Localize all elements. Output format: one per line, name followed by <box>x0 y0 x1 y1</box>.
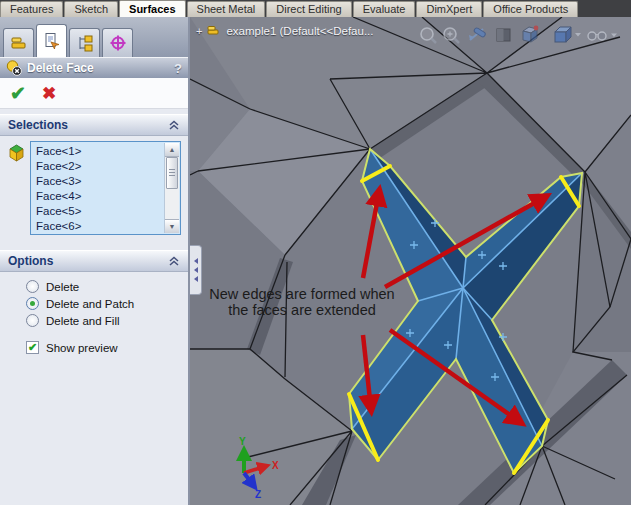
model-scene: Y X Z <box>190 17 631 505</box>
scroll-down-icon[interactable]: ▼ <box>165 219 179 233</box>
zoom-area-icon[interactable] <box>444 28 459 43</box>
property-manager-icon <box>43 32 61 50</box>
help-button[interactable]: ? <box>174 61 182 76</box>
radio-label: Delete <box>46 281 79 293</box>
options-body: Delete Delete and Patch Delete and Fill … <box>0 272 188 368</box>
collapse-chevron-icon <box>168 119 180 131</box>
selections-group-header[interactable]: Selections <box>0 114 188 136</box>
options-group-header[interactable]: Options <box>0 250 188 272</box>
triad-z-label: Z <box>255 489 261 500</box>
tree-part-label[interactable]: example1 (Default<<Defau... <box>226 25 373 37</box>
list-item[interactable]: Face<4> <box>36 189 164 204</box>
list-item[interactable]: Face<6> <box>36 219 164 234</box>
tab-dimxpert[interactable]: DimXpert <box>416 1 482 17</box>
feature-tree-flyout[interactable]: + example1 (Default<<Defau... <box>196 24 373 37</box>
selections-body: Face<1> Face<2> Face<3> Face<4> Face<5> … <box>0 136 188 241</box>
tab-features[interactable]: Features <box>0 1 63 17</box>
cancel-x-icon[interactable]: ✖ <box>42 85 56 102</box>
annotation-line-2: the faces are extended <box>196 302 408 318</box>
feature-manager-tree-tab[interactable] <box>3 28 34 57</box>
command-manager-tab-bar: Features Sketch Surfaces Sheet Metal Dir… <box>0 0 631 17</box>
ok-check-icon[interactable]: ✔ <box>10 84 26 103</box>
tab-sheet-metal[interactable]: Sheet Metal <box>187 1 266 17</box>
property-manager-tab[interactable] <box>36 24 67 57</box>
section-view-icon[interactable] <box>497 29 510 41</box>
tree-expand-icon[interactable]: + <box>196 25 202 37</box>
panel-splitter-handle[interactable] <box>190 245 202 295</box>
heads-up-view-toolbar <box>417 22 625 52</box>
radio-label: Delete and Fill <box>46 315 120 327</box>
tab-evaluate[interactable]: Evaluate <box>353 1 416 17</box>
chevron-down-icon <box>611 34 617 38</box>
radio-label: Delete and Patch <box>46 298 134 310</box>
faces-selection-list[interactable]: Face<1> Face<2> Face<3> Face<4> Face<5> … <box>30 141 181 235</box>
tab-direct-editing[interactable]: Direct Editing <box>266 1 351 17</box>
manager-tab-strip <box>0 17 188 57</box>
list-scrollbar[interactable]: ▲ ▼ <box>164 143 179 233</box>
list-item[interactable]: Face<3> <box>36 174 164 189</box>
zoom-fit-icon[interactable] <box>421 28 436 43</box>
part-icon <box>207 24 221 37</box>
checkbox-label: Show preview <box>46 342 118 354</box>
dimxpert-manager-tab[interactable] <box>102 28 133 57</box>
panel-title: Delete Face <box>27 61 94 75</box>
chevron-down-icon <box>575 33 581 37</box>
feature-manager-tree-icon <box>10 34 28 52</box>
collapse-left-arrow-icon <box>194 258 198 264</box>
confirm-bar: ✔ ✖ <box>0 78 188 109</box>
graphics-viewport[interactable]: Y X Z + example1 (Default<<Defau... <box>190 17 631 505</box>
tab-sketch[interactable]: Sketch <box>64 1 118 17</box>
face-cube-icon <box>7 143 26 163</box>
list-item[interactable]: Face<2> <box>36 159 164 174</box>
delete-face-icon <box>6 60 22 76</box>
annotation-text: New edges are formed when the faces are … <box>196 286 408 318</box>
dimxpert-manager-icon <box>109 34 127 52</box>
configuration-manager-icon <box>76 34 94 52</box>
radio-delete-and-patch[interactable]: Delete and Patch <box>26 297 182 310</box>
radio-delete[interactable]: Delete <box>26 280 182 293</box>
hide-show-items-icon[interactable] <box>588 32 617 40</box>
list-item[interactable]: Face<5> <box>36 204 164 219</box>
selections-header-label: Selections <box>8 118 68 132</box>
view-orientation-icon[interactable] <box>555 27 581 42</box>
triad-y-label: Y <box>239 436 246 447</box>
radio-button-icon[interactable] <box>26 314 39 327</box>
scroll-thumb[interactable] <box>166 157 178 189</box>
tab-surfaces[interactable]: Surfaces <box>119 0 185 17</box>
list-item[interactable]: Face<1> <box>36 144 164 159</box>
previous-view-icon[interactable] <box>469 27 486 40</box>
collapse-left-arrow-icon <box>194 267 198 273</box>
checkbox-checked-icon[interactable]: ✔ <box>26 341 39 354</box>
collapse-chevron-icon <box>168 255 180 267</box>
triad-x-label: X <box>272 460 279 471</box>
radio-button-selected-icon[interactable] <box>26 297 39 310</box>
tab-office-products[interactable]: Office Products <box>483 1 578 17</box>
delete-face-header: Delete Face ? <box>0 57 188 78</box>
appearance-icon[interactable] <box>523 26 538 42</box>
scroll-up-icon[interactable]: ▲ <box>165 143 179 157</box>
radio-delete-and-fill[interactable]: Delete and Fill <box>26 314 182 327</box>
configuration-manager-tab[interactable] <box>69 28 100 57</box>
options-header-label: Options <box>8 254 53 268</box>
annotation-line-1: New edges are formed when <box>196 286 408 302</box>
collapse-left-arrow-icon <box>194 276 198 282</box>
radio-button-icon[interactable] <box>26 280 39 293</box>
show-preview-option[interactable]: ✔ Show preview <box>26 341 182 354</box>
property-manager-panel: Delete Face ? ✔ ✖ Selections Face<1> Fac… <box>0 17 190 505</box>
